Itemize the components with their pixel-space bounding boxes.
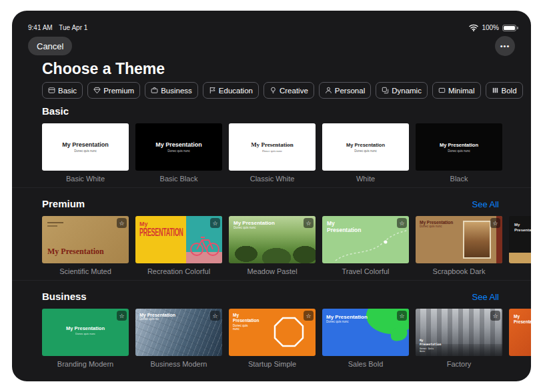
theme-label: Recreation Colorful [135,267,222,276]
category-chip-dynamic[interactable]: Dynamic [376,82,428,99]
status-left: 9:41 AM Tue Apr 1 [28,24,92,31]
theme-card-scrapbook-dark[interactable]: My PresentationDonec quis nunc☆ [416,216,502,263]
theme-item: My PresentationDonec quis nunc☆Sales Bol… [322,309,409,369]
theme-row: My PresentationDonec quis nunc☆Branding … [12,309,531,369]
category-chips: BasicPremiumBusinessEducationCreativePer… [42,82,531,99]
theme-label: Basic Black [135,175,222,183]
ipad-screenshot: 9:41 AM Tue Apr 1 100% Cancel ••• Choose… [12,11,531,381]
theme-item: My PresentationDonec quis nuncWhite [322,123,409,183]
theme-row: My PresentationDonec quis nuncBasic Whit… [12,123,531,183]
theme-card-factory[interactable]: My PresentationDonec Quis Nunc☆ [416,309,502,356]
theme-label: Branding Modern [42,360,129,369]
battery-nub [517,27,518,29]
theme-card-scientific-muted[interactable]: My Presentation☆ [42,216,129,263]
section-title: Basic [42,105,69,117]
premium-star-badge-icon: ☆ [210,311,220,321]
category-chip-bold[interactable]: Bold [486,82,523,99]
wifi-icon [469,24,478,31]
theme-item: My PresentationDonec quis nuncClassic Wh… [229,123,316,183]
theme-item: My PresentationDonec quis nunc☆Startup S… [229,309,316,369]
section-header: BusinessSee All [12,291,531,303]
theme-label: Sales Bold [322,360,409,369]
theme-item: My PresentationDonec quis nunc☆Meadow Pa… [229,216,316,276]
theme-label: Travel Colorful [322,267,409,276]
theme-card-black[interactable]: My PresentationDonec quis nunc [416,123,502,171]
premium-star-badge-icon: ☆ [397,218,407,228]
gem-icon [93,87,101,94]
premium-star-badge-icon: ☆ [117,311,127,321]
theme-label: Meadow Pastel [229,267,316,276]
premium-star-badge-icon: ☆ [210,218,220,228]
frame-icon [438,87,446,94]
theme-item: MyPRESENTATION☆Recreation Colorful [135,216,222,276]
briefcase-icon [151,87,158,94]
theme-item: My PresentationDonec quis nu☆Business Mo… [135,309,222,369]
flag-icon [209,87,216,94]
category-chip-label: Bold [502,87,517,95]
theme-section-business: BusinessSee AllMy PresentationDonec quis… [12,280,531,369]
theme-card-recreation-colorful[interactable]: MyPRESENTATION☆ [135,216,222,263]
category-chip-label: Creative [280,87,308,95]
person-icon [325,87,332,94]
cancel-button[interactable]: Cancel [28,37,72,55]
bars-icon [492,87,499,94]
theme-label: Classic White [229,175,316,183]
see-all-link[interactable]: See All [472,199,499,209]
layers-icon [382,87,389,94]
category-chip-label: Education [219,87,253,95]
theme-card-branding-modern[interactable]: My PresentationDonec quis nunc☆ [42,309,129,356]
theme-card-sales-bold[interactable]: My PresentationDonec quis nunc☆ [322,309,409,356]
grid-icon [48,87,55,94]
theme-card-partial[interactable]: My Presentation☆ [509,216,531,263]
category-chip-premium[interactable]: Premium [87,82,140,99]
theme-section-premium: PremiumSee AllMy Presentation☆Scientific… [12,187,531,276]
premium-star-badge-icon: ☆ [490,218,500,228]
category-chip-label: Dynamic [392,87,422,95]
theme-label: White [322,175,409,183]
status-bar: 9:41 AM Tue Apr 1 100% [28,24,516,31]
category-chip-label: Personal [335,87,365,95]
category-chip-business[interactable]: Business [145,82,198,99]
theme-card-meadow-pastel[interactable]: My PresentationDonec quis nunc☆ [229,216,316,263]
sections: BasicMy PresentationDonec quis nuncBasic… [12,105,531,373]
premium-star-badge-icon: ☆ [490,311,500,321]
premium-star-badge-icon: ☆ [117,218,127,228]
theme-card-basic-white[interactable]: My PresentationDonec quis nunc [42,123,129,171]
theme-section-basic: BasicMy PresentationDonec quis nuncBasic… [12,105,531,183]
section-title: Business [42,291,87,302]
battery-icon [502,25,516,31]
theme-label: Factory [416,360,502,369]
theme-item: My Presentation☆ [509,216,531,276]
theme-item: My PresentationDonec quis nunc☆Branding … [42,309,129,369]
status-time: 9:41 AM [28,24,53,31]
category-chip-basic[interactable]: Basic [42,82,83,99]
theme-card-business-modern[interactable]: My PresentationDonec quis nu☆ [135,309,222,356]
theme-card-partial[interactable]: My Presentation☆ [509,309,531,356]
category-chip-personal[interactable]: Personal [319,82,371,99]
more-options-button[interactable]: ••• [495,36,515,56]
section-title: Premium [42,198,85,209]
theme-card-basic-black[interactable]: My PresentationDonec quis nunc [135,123,222,171]
theme-card-startup-simple[interactable]: My PresentationDonec quis nunc☆ [229,309,316,356]
see-all-link[interactable]: See All [472,292,499,302]
page-title: Choose a Theme [42,60,165,78]
battery-fill [504,26,515,30]
category-chip-education[interactable]: Education [203,82,259,99]
category-chip-label: Minimal [448,87,475,95]
category-chip-minimal[interactable]: Minimal [432,82,481,99]
theme-label: Black [416,175,502,183]
theme-card-white[interactable]: My PresentationDonec quis nunc [322,123,409,171]
status-date: Tue Apr 1 [59,24,87,31]
premium-star-badge-icon: ☆ [304,311,314,321]
category-chip-creative[interactable]: Creative [263,82,314,99]
status-right: 100% [469,24,516,31]
theme-card-classic-white[interactable]: My PresentationDonec quis nunc [229,123,316,171]
theme-card-travel-colorful[interactable]: My Presentation☆ [322,216,409,263]
theme-item: My PresentationDonec quis nuncBlack [416,123,502,183]
theme-label: Basic White [42,175,129,183]
theme-item: My Presentation☆ [509,309,531,369]
theme-item: My PresentationDonec quis nunc☆Scrapbook… [416,216,502,276]
premium-star-badge-icon: ☆ [304,218,314,228]
theme-row: My Presentation☆Scientific MutedMyPRESEN… [12,216,531,276]
theme-item: My PresentationDonec Quis Nunc☆Factory [416,309,502,369]
